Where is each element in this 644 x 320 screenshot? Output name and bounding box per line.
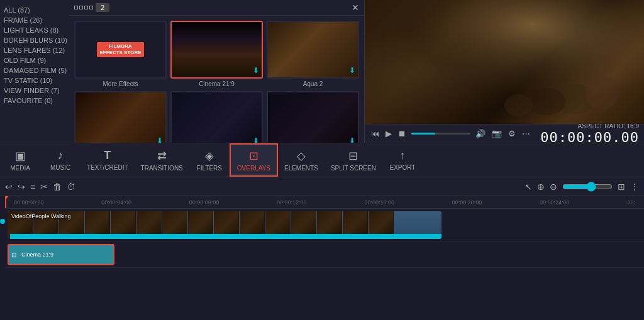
more-button[interactable]: ⋯ [521, 128, 531, 140]
toolbar-media[interactable]: ▣ MEDIA [0, 143, 40, 177]
playhead-triangle [5, 196, 9, 200]
media-icon: ▣ [15, 149, 26, 163]
media-label-more-effects: More Effects [103, 80, 138, 87]
filters-icon: ◈ [205, 149, 214, 163]
overlay-track-row: ⊡ Cinema 21:9 [5, 241, 644, 268]
media-item-film[interactable]: ⬇ Film 2 [170, 91, 263, 143]
download-arrow-bokeh: ⬇ [157, 136, 163, 143]
timeline-tracks: VideoOfPeople Walking [5, 209, 644, 320]
delete-button[interactable]: 🗑 [53, 182, 62, 192]
screenshot-button[interactable]: 📷 [491, 128, 503, 140]
trim-button[interactable]: ≡ [30, 182, 35, 192]
stop-button[interactable]: ⏹ [397, 128, 408, 140]
timeline-content: 00:00:00:00 00:00:04:00 00:00:08:00 00:0… [0, 196, 644, 320]
preview-panel: ⏮ ▶ ⏹ 🔊 📷 ⚙ ⋯ ASPECT RATIO: 16:9 00:00:0… [365, 0, 644, 143]
sidebar-item-view-finder[interactable]: VIEW FINDER (7) [4, 86, 65, 96]
ruler-marks: 00:00:00:00 00:00:04:00 00:00:08:00 00:0… [8, 199, 641, 206]
download-arrow-film: ⬇ [253, 136, 259, 143]
ruler-mark-2: 00:00:08:00 [189, 199, 219, 206]
media-label-cinema: Cinema 21:9 [199, 80, 235, 87]
play-button[interactable]: ▶ [384, 128, 393, 140]
ruler-mark-1: 00:00:04:00 [101, 199, 131, 206]
text-icon: T [104, 149, 111, 162]
time-progress-bar[interactable] [411, 133, 470, 135]
timeline-main: 00:00:00:00 00:00:04:00 00:00:08:00 00:0… [5, 196, 644, 320]
music-icon: ♪ [58, 149, 64, 162]
download-arrow-cinema: ⬇ [253, 66, 259, 75]
left-sidebar: ALL (87) FRAME (26) LIGHT LEAKS (8) BOKE… [0, 0, 69, 143]
teal-bar [10, 234, 441, 239]
overlay-clip-icon: ⊡ [11, 251, 16, 258]
split-screen-icon: ⊟ [348, 149, 358, 163]
media-label-aqua: Aqua 2 [303, 80, 323, 87]
ruler-mark-4: 00:00:16:00 [364, 199, 394, 206]
media-item-aqua[interactable]: ⬇ Aqua 2 [267, 21, 359, 87]
sidebar-item-favourite[interactable]: FAVOURITE (0) [4, 96, 65, 106]
redo-button[interactable]: ↪ [18, 182, 25, 192]
close-button[interactable]: ✕ [352, 3, 359, 13]
skip-start-button[interactable]: ⏮ [370, 128, 380, 140]
media-grid: FILMORAEFFECTS STORE More Effects ⬇ Cine… [69, 16, 364, 143]
zoom-in-button[interactable]: ⊕ [537, 182, 545, 192]
sidebar-item-bokeh[interactable]: BOKEH BLURS (10) [4, 35, 65, 45]
elements-icon: ◇ [297, 149, 306, 163]
toolbar-elements[interactable]: ◇ ELEMENTS [278, 143, 325, 177]
toolbar-music[interactable]: ♪ MUSIC [40, 143, 80, 177]
undo-button[interactable]: ↩ [5, 182, 13, 192]
overlays-icon: ⊡ [249, 149, 258, 163]
sidebar-item-tv-static[interactable]: TV STATIC (10) [4, 75, 65, 86]
media-panel-header: 2 ✕ [69, 0, 364, 16]
sidebar-item-all[interactable]: ALL (87) [4, 5, 65, 15]
toolbar-text-credit[interactable]: T TEXT/CREDIT [80, 143, 135, 177]
zoom-out-button[interactable]: ⊖ [550, 182, 557, 192]
pointer-button[interactable]: ↖ [525, 182, 532, 192]
cut-button[interactable]: ✂ [40, 182, 48, 192]
transitions-label: TRANSITIONS [141, 165, 183, 172]
sidebar-item-old-film[interactable]: OLD FILM (9) [4, 55, 65, 65]
toolbar-filters[interactable]: ◈ FILTERS [189, 143, 230, 177]
sidebar-item-frame[interactable]: FRAME (26) [4, 15, 65, 25]
toolbar-overlays[interactable]: ⊡ OVERLAYS [230, 143, 278, 177]
sidebar-item-lens-flares[interactable]: LENS FLARES (12) [4, 45, 65, 55]
ruler-mark-5: 00:00:20:00 [452, 199, 482, 206]
clock-button[interactable]: ⏱ [67, 182, 75, 192]
sidebar-item-light-leaks[interactable]: LIGHT LEAKS (8) [4, 25, 65, 35]
filmora-badge: FILMORAEFFECTS STORE [97, 42, 143, 58]
media-item-hearts[interactable]: ⬇ Hearts 2 [267, 91, 359, 143]
video-track-row: VideoOfPeople Walking [5, 209, 644, 241]
media-item-bokeh[interactable]: ⬇ Bokeh 2 [74, 91, 167, 143]
track-labels [0, 196, 5, 320]
overlay-clip[interactable]: ⊡ Cinema 21:9 [8, 244, 114, 265]
settings-button[interactable]: ⚙ [507, 128, 517, 140]
transitions-icon: ⇄ [157, 149, 167, 163]
video-clip[interactable]: VideoOfPeople Walking [8, 211, 441, 239]
grid-view-icon[interactable] [74, 6, 93, 9]
video-content [365, 0, 644, 124]
media-item-cinema[interactable]: ⬇ Cinema 21:9 [170, 21, 263, 87]
download-arrow-hearts: ⬇ [349, 136, 355, 143]
toolbar: ▣ MEDIA ♪ MUSIC T TEXT/CREDIT ⇄ TRANSITI… [0, 143, 644, 177]
text-credit-label: TEXT/CREDIT [87, 164, 128, 171]
overlay-clip-label: Cinema 21:9 [19, 250, 56, 259]
elements-label: ELEMENTS [284, 165, 318, 172]
zoom-slider[interactable] [562, 182, 613, 192]
toolbar-split-screen[interactable]: ⊟ SPLIT SCREEN [325, 143, 382, 177]
more-options-button[interactable]: ⋮ [630, 182, 639, 192]
svg-point-3 [527, 88, 566, 115]
download-arrow-aqua: ⬇ [349, 66, 355, 75]
sidebar-item-damaged-film[interactable]: DAMAGED FILM (5) [4, 65, 65, 75]
timeline-ruler: 00:00:00:00 00:00:04:00 00:00:08:00 00:0… [5, 196, 644, 209]
ruler-mark-0: 00:00:00:00 [14, 199, 44, 206]
time-progress-fill [411, 133, 435, 135]
toolbar-export[interactable]: ↑ EXPORT [382, 143, 423, 177]
volume-button[interactable]: 🔊 [474, 128, 487, 140]
ruler-mark-7: 00: [627, 199, 635, 206]
media-item-more-effects[interactable]: FILMORAEFFECTS STORE More Effects [74, 21, 167, 87]
playhead [5, 196, 6, 208]
overlays-label: OVERLAYS [237, 165, 270, 172]
preview-controls: ⏮ ▶ ⏹ 🔊 📷 ⚙ ⋯ ASPECT RATIO: 16:9 00:00:0… [365, 124, 644, 143]
svg-point-2 [586, 75, 619, 110]
fit-button[interactable]: ⊞ [618, 182, 625, 192]
toolbar-transitions[interactable]: ⇄ TRANSITIONS [135, 143, 189, 177]
svg-point-4 [504, 94, 532, 116]
